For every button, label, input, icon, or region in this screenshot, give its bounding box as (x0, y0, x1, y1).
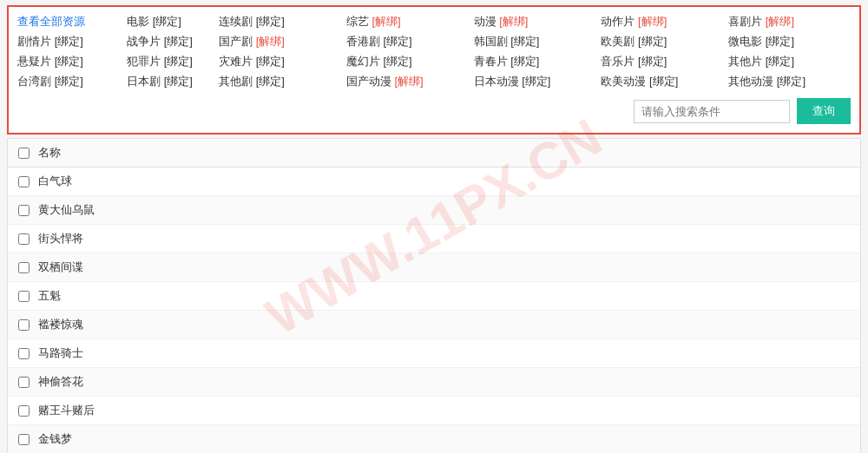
table-row[interactable]: 褴褛惊魂 (8, 311, 860, 339)
row-name: 街头悍将 (38, 231, 83, 246)
table-column-name: 名称 (38, 145, 61, 161)
search-button[interactable]: 查询 (797, 98, 851, 124)
row-checkbox[interactable] (18, 262, 30, 273)
filter-western-anime[interactable]: 欧美动漫 [绑定] (601, 74, 723, 89)
row-name: 双栖间谍 (38, 259, 83, 275)
filter-other-film[interactable]: 其他片 [绑定] (728, 54, 851, 69)
filter-jp-drama[interactable]: 日本剧 [绑定] (127, 74, 214, 89)
filter-other-drama[interactable]: 其他剧 [绑定] (219, 74, 341, 89)
table-row[interactable]: 街头悍将 (8, 225, 860, 253)
filter-variety[interactable]: 综艺 [解绑] (346, 14, 469, 30)
view-all-link[interactable]: 查看全部资源 (17, 14, 122, 30)
table-row[interactable]: 神偷答花 (8, 368, 860, 397)
row-name: 金钱梦 (38, 431, 72, 447)
search-input[interactable] (634, 100, 790, 123)
filter-jp-anime[interactable]: 日本动漫 [绑定] (474, 74, 596, 89)
filter-movie[interactable]: 电影 [绑定] (127, 14, 214, 30)
row-checkbox[interactable] (18, 405, 30, 417)
filter-tw-drama[interactable]: 台湾剧 [绑定] (17, 74, 122, 89)
table-row[interactable]: 五魁 (8, 282, 860, 311)
filter-music[interactable]: 音乐片 [绑定] (601, 54, 723, 69)
filter-hk-drama[interactable]: 香港剧 [绑定] (346, 34, 469, 49)
filter-other-anime[interactable]: 其他动漫 [绑定] (728, 74, 851, 89)
filter-korean-drama[interactable]: 韩国剧 [绑定] (474, 34, 596, 49)
filter-chinese-drama[interactable]: 国产剧 [解绑] (219, 34, 341, 49)
row-checkbox[interactable] (18, 377, 30, 388)
filter-thriller[interactable]: 悬疑片 [绑定] (17, 54, 122, 69)
filter-panel: 查看全部资源 电影 [绑定] 连续剧 [绑定] 综艺 [解绑] 动漫 [解绑] … (7, 5, 861, 135)
filter-short-film[interactable]: 微电影 [绑定] (728, 34, 851, 49)
table-row[interactable]: 白气球 (8, 167, 860, 196)
filter-anime[interactable]: 动漫 [解绑] (474, 14, 596, 30)
list-table: 名称 白气球黄大仙乌鼠街头悍将双栖间谍五魁褴褛惊魂马路骑士神偷答花赌王斗赌后金钱… (7, 138, 861, 453)
row-name: 白气球 (38, 174, 72, 189)
filter-fantasy[interactable]: 魔幻片 [绑定] (346, 54, 469, 69)
filter-comedy[interactable]: 喜剧片 [解绑] (728, 14, 851, 30)
table-row[interactable]: 金钱梦 (8, 425, 860, 453)
filter-series[interactable]: 连续剧 [绑定] (219, 14, 341, 30)
row-name: 赌王斗赌后 (38, 403, 95, 418)
row-checkbox[interactable] (18, 233, 30, 245)
table-row[interactable]: 双栖间谍 (8, 253, 860, 282)
filter-youth[interactable]: 青春片 [绑定] (474, 54, 596, 69)
row-name: 黄大仙乌鼠 (38, 202, 95, 218)
row-name: 五魁 (38, 288, 61, 304)
row-checkbox[interactable] (18, 319, 30, 331)
table-header-row: 名称 (8, 139, 860, 167)
filter-action[interactable]: 动作片 [解绑] (601, 14, 723, 30)
filter-disaster[interactable]: 灾难片 [绑定] (219, 54, 341, 69)
row-name: 神偷答花 (38, 374, 83, 390)
row-checkbox[interactable] (18, 348, 30, 359)
row-checkbox[interactable] (18, 434, 30, 445)
filter-crime[interactable]: 犯罪片 [绑定] (127, 54, 214, 69)
row-name: 马路骑士 (38, 345, 83, 361)
row-checkbox[interactable] (18, 205, 30, 216)
row-checkbox[interactable] (18, 291, 30, 302)
select-all-checkbox[interactable] (18, 148, 30, 159)
filter-cn-anime[interactable]: 国产动漫 [解绑] (346, 74, 469, 89)
table-row[interactable]: 马路骑士 (8, 339, 860, 368)
table-row[interactable]: 黄大仙乌鼠 (8, 196, 860, 225)
filter-war[interactable]: 战争片 [绑定] (127, 34, 214, 49)
table-row[interactable]: 赌王斗赌后 (8, 397, 860, 425)
row-checkbox[interactable] (18, 176, 30, 187)
filter-western-drama[interactable]: 欧美剧 [绑定] (601, 34, 723, 49)
filter-drama[interactable]: 剧情片 [绑定] (17, 34, 122, 49)
row-name: 褴褛惊魂 (38, 317, 83, 332)
